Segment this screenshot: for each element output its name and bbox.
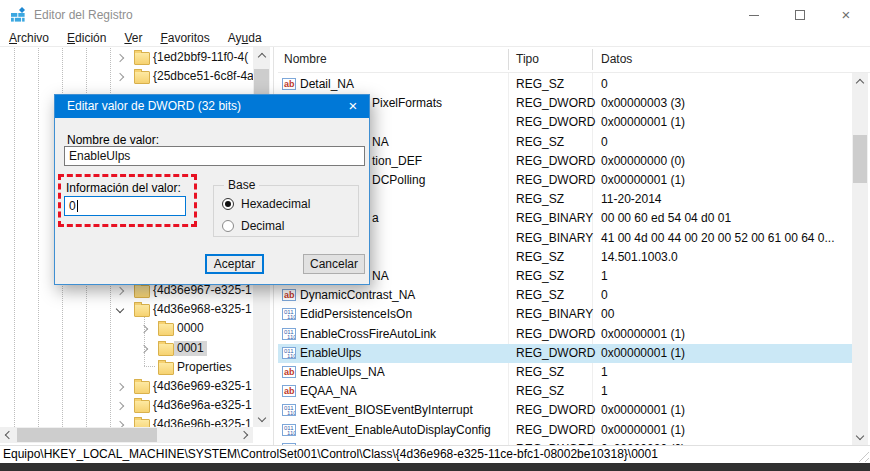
value-type: REG_SZ (516, 382, 564, 401)
menu-item-text: A (9, 31, 17, 45)
radio-decimal-label: Decimal (241, 219, 284, 234)
scrollbar-thumb[interactable] (17, 428, 157, 442)
scrollbar-thumb[interactable] (853, 135, 867, 183)
minimize-icon (749, 15, 759, 16)
tree-item-4d36e968e3251[interactable]: {4d36e968-e325-1 (0, 300, 270, 319)
value-row-edidpersistenceison[interactable]: EdidPersistenceIsOnREG_BINARY00 (278, 305, 852, 324)
tree-item-label: {4d36e96a-e325-1 (150, 398, 255, 413)
binary-value-icon (282, 424, 296, 436)
value-name: DynamicContrast_NA (300, 286, 415, 305)
binary-value-icon (282, 328, 296, 340)
value-row-eqaa_na[interactable]: EQAA_NAREG_SZ1 (278, 382, 852, 401)
maximize-button[interactable] (777, 0, 823, 30)
scroll-down-icon[interactable] (856, 432, 864, 440)
scroll-up-icon[interactable] (258, 53, 266, 61)
tree-item-label: 0001 (174, 341, 207, 356)
tree-item-0001[interactable]: 0001 (0, 339, 270, 358)
registry-icon (10, 7, 26, 23)
tree-item-label: {4d36e967-e325-1 (150, 283, 255, 298)
value-name: PixelFormats (372, 94, 442, 113)
accept-button[interactable]: Aceptar (205, 254, 264, 274)
menu-item-ver[interactable]: Ver (115, 30, 151, 46)
tree-item-label: 0000 (174, 321, 207, 336)
string-value-icon (282, 289, 296, 301)
value-data: 0x00000001 (1) (601, 401, 685, 420)
tree-item-0000[interactable]: 0000 (0, 319, 270, 338)
folder-icon (134, 71, 150, 84)
column-header-tipo[interactable]: Tipo (516, 47, 539, 72)
list-vertical-scrollbar[interactable] (852, 73, 868, 445)
binary-value-icon (282, 308, 296, 320)
chevron-right-icon[interactable] (116, 54, 124, 62)
value-data-label: Información del valor: (66, 181, 181, 195)
menu-item-edición[interactable]: Edición (58, 30, 115, 46)
value-data: 0x00000000 (0) (601, 152, 685, 171)
chevron-right-icon[interactable] (140, 344, 148, 352)
close-button[interactable]: × (823, 0, 869, 30)
close-icon: × (823, 0, 869, 30)
column-header-datos[interactable]: Datos (601, 47, 632, 72)
chevron-right-icon[interactable] (116, 383, 124, 391)
tree-item-label: {4d36e968-e325-1 (150, 302, 255, 317)
menu-item-favoritos[interactable]: Favoritos (151, 30, 218, 46)
value-row-enableulps[interactable]: EnableUlpsREG_DWORD0x00000001 (1) (278, 344, 852, 363)
column-separator[interactable] (592, 49, 593, 70)
value-name: EQAA_NA (300, 382, 357, 401)
value-row-dynamiccontrast_na[interactable]: DynamicContrast_NAREG_SZ0 (278, 286, 852, 305)
folder-icon (158, 362, 174, 375)
value-data-input[interactable]: 0 (64, 196, 186, 216)
value-data: 14.501.1003.0 (601, 248, 678, 267)
folder-icon (158, 343, 174, 356)
menu-item-ayuda[interactable]: Ayuda (219, 30, 271, 46)
tree-item-1ed2bbf911f04[interactable]: {1ed2bbf9-11f0-4( (0, 48, 270, 67)
base-group-label: Base (224, 178, 259, 192)
value-row-detail_na[interactable]: Detail_NAREG_SZ0 (278, 75, 852, 94)
scroll-down-icon[interactable] (258, 414, 266, 422)
folder-icon (134, 285, 150, 298)
value-row-extevent_bioseventbyinterrupt[interactable]: ExtEvent_BIOSEventByInterruptREG_DWORD0x… (278, 401, 852, 420)
binary-value-icon (282, 347, 296, 359)
folder-icon (158, 323, 174, 336)
tree-item-properties[interactable]: Properties (0, 358, 270, 377)
value-name: a (372, 209, 379, 228)
value-data: 1 (601, 363, 608, 382)
scroll-left-icon[interactable] (5, 431, 13, 439)
value-name: NA (372, 133, 389, 152)
value-type: REG_DWORD (516, 325, 595, 344)
scroll-up-icon[interactable] (856, 79, 864, 87)
menu-item-text: E (67, 31, 75, 45)
value-name-field[interactable]: EnableUlps (64, 146, 365, 166)
radio-selected-icon (222, 198, 234, 210)
resize-grip-icon[interactable] (856, 449, 869, 462)
value-data: 0x00000001 (1) (601, 113, 685, 132)
cancel-button[interactable]: Cancelar (303, 254, 365, 274)
chevron-right-icon[interactable] (116, 73, 124, 81)
menu-item-text: Ay (228, 31, 242, 45)
dialog-close-icon[interactable]: × (337, 95, 369, 118)
tree-horizontal-scrollbar[interactable] (0, 427, 253, 443)
column-header-nombre[interactable]: Nombre (284, 47, 327, 72)
bottom-edge (0, 463, 870, 471)
value-data-text: 0 (69, 199, 76, 213)
value-row-enablecrossfireautolink[interactable]: EnableCrossFireAutoLinkREG_DWORD0x000000… (278, 325, 852, 344)
chevron-right-icon[interactable] (140, 325, 148, 333)
tree-item-4d36e969e3251[interactable]: {4d36e969-e325-1 (0, 377, 270, 396)
value-row-enableulps_na[interactable]: EnableUlps_NAREG_SZ1 (278, 363, 852, 382)
chevron-right-icon[interactable] (116, 402, 124, 410)
scroll-right-icon[interactable] (240, 431, 248, 439)
minimize-button[interactable] (731, 0, 777, 30)
folder-icon (134, 304, 150, 317)
column-separator[interactable] (508, 49, 509, 70)
chevron-right-icon[interactable] (116, 287, 124, 295)
value-data: 1 (601, 267, 608, 286)
dialog-title-bar[interactable]: Editar valor de DWORD (32 bits) × (55, 95, 369, 118)
value-data: 41 00 4d 00 44 00 20 00 52 00 61 00 64 0… (601, 229, 835, 248)
value-data: 0 (601, 75, 608, 94)
string-value-icon (282, 78, 296, 90)
tree-item-25dbce516c8f4a[interactable]: {25dbce51-6c8f-4a (0, 67, 270, 86)
chevron-down-icon[interactable] (116, 305, 124, 313)
tree-item-4d36e96ae3251[interactable]: {4d36e96a-e325-1 (0, 396, 270, 415)
menu-item-archivo[interactable]: Archivo (0, 30, 58, 46)
value-type: REG_BINARY (516, 209, 593, 228)
value-row-extevent_enableautodisplayconfig[interactable]: ExtEvent_EnableAutoDisplayConfigREG_DWOR… (278, 421, 852, 440)
